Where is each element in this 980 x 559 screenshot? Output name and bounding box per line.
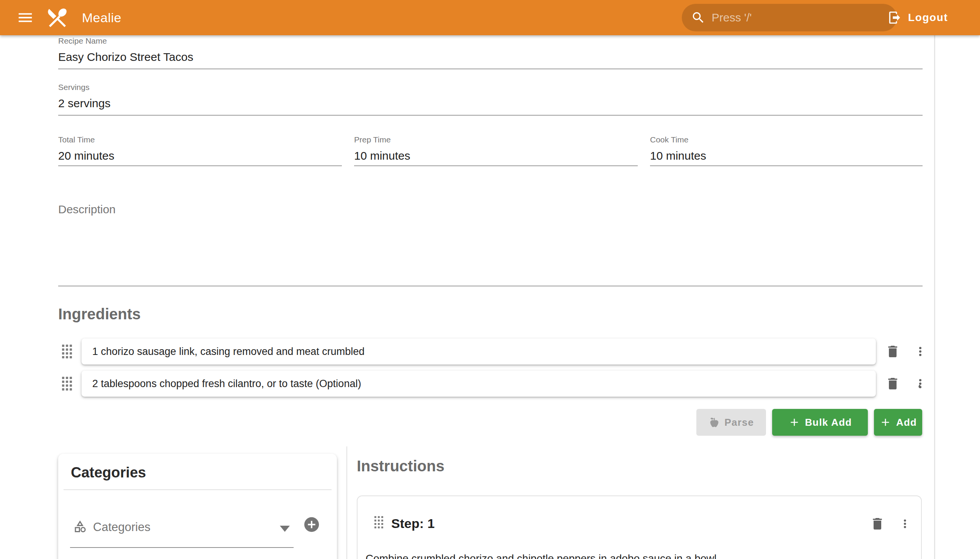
kebab-menu-icon xyxy=(913,345,927,358)
servings-label: Servings xyxy=(58,82,922,92)
total-time-value[interactable]: 20 minutes xyxy=(58,148,342,164)
prep-time-field[interactable]: Prep Time 10 minutes xyxy=(354,135,638,166)
trash-icon xyxy=(885,344,901,359)
drag-handle-icon[interactable] xyxy=(374,516,383,528)
plus-icon xyxy=(879,416,892,428)
total-time-field[interactable]: Total Time 20 minutes xyxy=(58,135,342,166)
add-label: Add xyxy=(896,417,917,428)
step-menu-button[interactable] xyxy=(896,514,914,533)
add-ingredient-button[interactable]: Add xyxy=(874,409,922,436)
parse-label: Parse xyxy=(725,417,754,428)
kebab-menu-icon xyxy=(899,517,911,530)
app-title: Mealie xyxy=(82,0,121,35)
delete-ingredient-button[interactable] xyxy=(884,342,902,361)
categories-select-label: Categories xyxy=(93,520,150,534)
bulk-add-label: Bulk Add xyxy=(805,417,852,428)
prep-time-label: Prep Time xyxy=(354,135,638,145)
logout-button[interactable]: Logout xyxy=(887,0,948,35)
search-input[interactable] xyxy=(712,11,888,24)
instruction-step-card: Step: 1 Combine crumbled chorizo and chi… xyxy=(357,495,922,559)
delete-step-button[interactable] xyxy=(868,514,887,533)
step-title: Step: 1 xyxy=(391,516,435,531)
description-field[interactable]: Description xyxy=(58,203,922,286)
ingredient-menu-button[interactable] xyxy=(911,374,929,393)
trash-icon xyxy=(870,516,885,531)
search-icon xyxy=(691,10,706,25)
instructions-heading: Instructions xyxy=(357,458,445,475)
ingredient-menu-button[interactable] xyxy=(911,342,929,361)
prep-time-value[interactable]: 10 minutes xyxy=(354,148,638,164)
logout-label: Logout xyxy=(908,12,948,24)
card-divider xyxy=(64,489,332,490)
mealie-logo-silverware-icon xyxy=(45,5,70,30)
ingredient-row: 2 tablespoons chopped fresh cilantro, or… xyxy=(0,370,980,397)
ingredient-input[interactable]: 2 tablespoons chopped fresh cilantro, or… xyxy=(81,370,876,397)
app-bar: Mealie Logout xyxy=(0,0,980,35)
step-text-input[interactable]: Combine crumbled chorizo and chipotle pe… xyxy=(365,551,894,559)
plus-icon xyxy=(788,416,800,428)
cook-time-field[interactable]: Cook Time 10 minutes xyxy=(650,135,922,166)
add-category-button[interactable] xyxy=(303,516,321,533)
menu-icon[interactable] xyxy=(16,9,35,26)
chevron-down-icon[interactable] xyxy=(280,526,290,532)
trash-icon xyxy=(885,376,901,391)
kebab-menu-icon xyxy=(913,377,927,390)
logout-icon xyxy=(887,10,902,25)
ingredient-input[interactable]: 1 chorizo sausage link, casing removed a… xyxy=(81,339,876,364)
servings-value[interactable]: 2 servings xyxy=(58,96,922,111)
shapes-icon xyxy=(73,519,87,533)
recipe-name-field[interactable]: Recipe Name Easy Chorizo Street Tacos xyxy=(58,36,922,69)
categories-card: Categories Categories xyxy=(58,454,337,559)
ingredient-row: 1 chorizo sausage link, casing removed a… xyxy=(0,339,980,364)
recipe-name-label: Recipe Name xyxy=(58,36,922,46)
total-time-label: Total Time xyxy=(58,135,342,145)
description-placeholder: Description xyxy=(58,203,922,216)
column-divider xyxy=(347,447,347,559)
recipe-editor-page: Mealie Logout Recipe Name Easy Chorizo S… xyxy=(0,0,980,559)
categories-select[interactable]: Categories xyxy=(70,511,325,548)
parse-button[interactable]: Parse xyxy=(696,409,766,436)
ingredient-text[interactable]: 2 tablespoons chopped fresh cilantro, or… xyxy=(92,378,361,390)
delete-ingredient-button[interactable] xyxy=(884,374,902,393)
ingredients-heading: Ingredients xyxy=(58,306,141,323)
search-bar[interactable] xyxy=(682,4,897,31)
drag-handle-icon[interactable] xyxy=(62,377,72,390)
select-underline xyxy=(70,547,294,548)
ingredient-text[interactable]: 1 chorizo sausage link, casing removed a… xyxy=(92,346,364,357)
cook-time-label: Cook Time xyxy=(650,135,922,145)
apple-icon xyxy=(709,417,720,428)
bulk-add-button[interactable]: Bulk Add xyxy=(772,409,868,436)
recipe-name-value[interactable]: Easy Chorizo Street Tacos xyxy=(58,50,922,65)
cook-time-value[interactable]: 10 minutes xyxy=(650,148,922,164)
right-edge-divider xyxy=(934,35,935,559)
drag-handle-icon[interactable] xyxy=(62,345,72,358)
categories-card-title: Categories xyxy=(58,454,337,489)
servings-field[interactable]: Servings 2 servings xyxy=(58,82,922,116)
